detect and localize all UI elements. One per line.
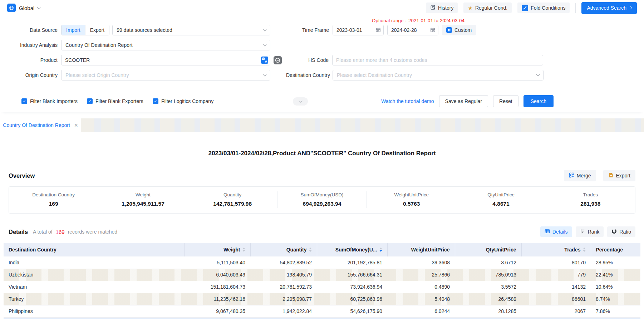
- table-scroll-strip[interactable]: [4, 318, 640, 319]
- close-icon[interactable]: ×: [74, 122, 78, 128]
- cell-weight-unit-price: 6.0244: [387, 305, 455, 317]
- industry-analysis-value: Country Of Destination Report: [65, 42, 264, 48]
- chevron-down-icon: [299, 99, 302, 102]
- product-input[interactable]: [61, 55, 270, 65]
- merge-icon: [569, 172, 574, 179]
- data-sources-select[interactable]: 99 data sources selected: [112, 25, 270, 35]
- cell-qty-unit-price: 3.5572: [455, 281, 521, 293]
- sort-icon[interactable]: [309, 248, 312, 252]
- calendar-icon[interactable]: [430, 27, 436, 33]
- fold-conditions-label: Fold Conditions: [531, 5, 565, 11]
- table-row[interactable]: Philippines 9,067,480.35 1,942,022.84 54…: [4, 305, 640, 317]
- region-label: Global: [19, 5, 34, 11]
- overview-header: Overview Merge Export: [0, 170, 644, 181]
- cell-quantity: 54,802,839.52: [250, 256, 317, 269]
- stat-label: Destination Country: [11, 192, 96, 197]
- tab-country-of-destination-report[interactable]: Country Of Destination Report ×: [0, 118, 81, 132]
- origin-country-select[interactable]: Please select Origin Country: [61, 70, 270, 80]
- filter-blank-importers-label: Filter Blank Importers: [30, 98, 78, 104]
- total-count: 169: [56, 229, 65, 235]
- stat-destination-country: Destination Country 169: [9, 191, 98, 208]
- hs-code-input[interactable]: [332, 55, 543, 65]
- reset-button[interactable]: Reset: [493, 95, 518, 107]
- calendar-icon[interactable]: [375, 27, 381, 33]
- cell-percentage: 7.86%: [591, 305, 640, 317]
- overview-heading: Overview: [9, 172, 35, 179]
- filter-blank-importers-checkbox[interactable]: ✓ Filter Blank Importers: [21, 98, 78, 104]
- save-as-regular-button[interactable]: Save as Regular: [439, 95, 488, 107]
- col-sum-of-money[interactable]: SumOfMoney(U...: [317, 243, 387, 256]
- translate-icon[interactable]: A: [261, 57, 268, 64]
- report-content: 2023/03/01-2024/02/28,Product AND"SCOOTE…: [0, 132, 644, 319]
- stat-value: 4.8671: [458, 201, 543, 207]
- data-source-toggle: Import Export: [61, 25, 109, 35]
- history-button[interactable]: History: [426, 3, 458, 13]
- cell-qty-unit-price: 785.0913: [455, 269, 521, 281]
- tutorial-link[interactable]: Watch the tutorial demo: [381, 98, 434, 104]
- time-frame-label: Time Frame: [286, 27, 329, 33]
- cell-trades: 2067: [521, 305, 591, 317]
- industry-analysis-select[interactable]: Country Of Destination Report: [61, 40, 270, 50]
- fold-conditions-button[interactable]: Fold Conditions: [517, 3, 570, 13]
- details-header: Details A total of 169 records were matc…: [0, 226, 644, 237]
- table-row[interactable]: Turkey 11,235,462.16 2,295,098.77 60,725…: [4, 293, 640, 305]
- view-rank-button[interactable]: Rank: [576, 226, 604, 237]
- table-row[interactable]: India 5,111,503.40 54,802,839.52 201,192…: [4, 256, 640, 269]
- stat-qty-unit-price: QtyUnitPrice 4.8671: [456, 191, 546, 208]
- search-button[interactable]: Search: [523, 95, 554, 107]
- sort-icon[interactable]: [242, 248, 245, 252]
- advanced-search-button[interactable]: Advanced Search: [581, 2, 637, 14]
- regular-cond-button[interactable]: ★ Regular Cond.: [463, 3, 512, 13]
- col-weight[interactable]: Weight: [184, 243, 250, 256]
- product-field: A: [61, 55, 270, 65]
- similar-search-icon[interactable]: [274, 56, 282, 64]
- bar-chart-icon: [580, 229, 585, 235]
- cell-qty-unit-price: 28.1285: [455, 305, 521, 317]
- report-title: 2023/03/01-2024/02/28,Product AND"SCOOTE…: [0, 132, 644, 170]
- chevron-down-icon: [263, 43, 267, 46]
- cell-sum: 73,924,636.94: [317, 281, 387, 293]
- export-label: Export: [616, 173, 630, 178]
- import-tab[interactable]: Import: [62, 25, 85, 35]
- filter-logitics-company-checkbox[interactable]: ✓ Filter Logitics Company: [153, 98, 213, 104]
- data-source-label: Data Source: [7, 27, 58, 33]
- cell-sum: 54,626,175.90: [317, 305, 387, 317]
- sort-icon[interactable]: [583, 248, 586, 252]
- view-details-label: Details: [552, 229, 568, 235]
- stat-value: 142,781,579.98: [190, 201, 275, 207]
- table-row[interactable]: Uzbekistan 6,040,603.49 198,405.79 155,7…: [4, 269, 640, 281]
- export-tab[interactable]: Export: [85, 25, 109, 35]
- report-tab-bar: Country Of Destination Report ×: [0, 118, 644, 132]
- region-selector[interactable]: Global: [7, 4, 40, 12]
- cell-trades: 14132: [521, 281, 591, 293]
- col-trades[interactable]: Trades: [521, 243, 591, 256]
- merge-button[interactable]: Merge: [564, 170, 596, 181]
- filter-blank-exporters-checkbox[interactable]: ✓ Filter Blank Exporters: [87, 98, 143, 104]
- history-label: History: [438, 5, 454, 11]
- stat-label: Trades: [548, 192, 633, 197]
- product-label: Product: [7, 57, 58, 63]
- stat-value: 281,938: [548, 201, 633, 207]
- industry-analysis-label: Industry Analysis: [7, 42, 58, 48]
- view-ratio-button[interactable]: Ratio: [607, 226, 635, 237]
- cell-country: Uzbekistan: [4, 269, 184, 281]
- view-details-button[interactable]: Details: [540, 226, 572, 237]
- export-button[interactable]: Export: [603, 170, 635, 181]
- sort-icon-active-desc[interactable]: [379, 248, 382, 252]
- cell-weight: 151,181,604.73: [184, 281, 250, 293]
- stat-value: 0.5763: [369, 201, 454, 207]
- star-icon: ★: [468, 5, 472, 11]
- cell-qty-unit-price: 3.6712: [455, 256, 521, 269]
- collapse-panel-button[interactable]: [293, 97, 308, 106]
- col-quantity[interactable]: Quantity: [250, 243, 317, 256]
- cell-percentage: 10.64%: [591, 281, 640, 293]
- overview-stats-card: Destination Country 169 Weight 1,205,945…: [9, 186, 635, 214]
- cell-trades: 86601: [521, 293, 591, 305]
- cell-weight-unit-price: 39.3608: [387, 256, 455, 269]
- table-header-row: Destination Country Weight Quantity SumO…: [4, 243, 640, 256]
- topbar: Global History ★ Regular Cond. Fold Cond…: [0, 0, 644, 16]
- cell-weight: 5,111,503.40: [184, 256, 250, 269]
- table-row[interactable]: Vietnam 151,181,604.73 20,781,592.73 73,…: [4, 281, 640, 293]
- destination-country-select[interactable]: Please select Destination Country: [333, 70, 544, 80]
- custom-range-button[interactable]: Custom: [442, 25, 476, 35]
